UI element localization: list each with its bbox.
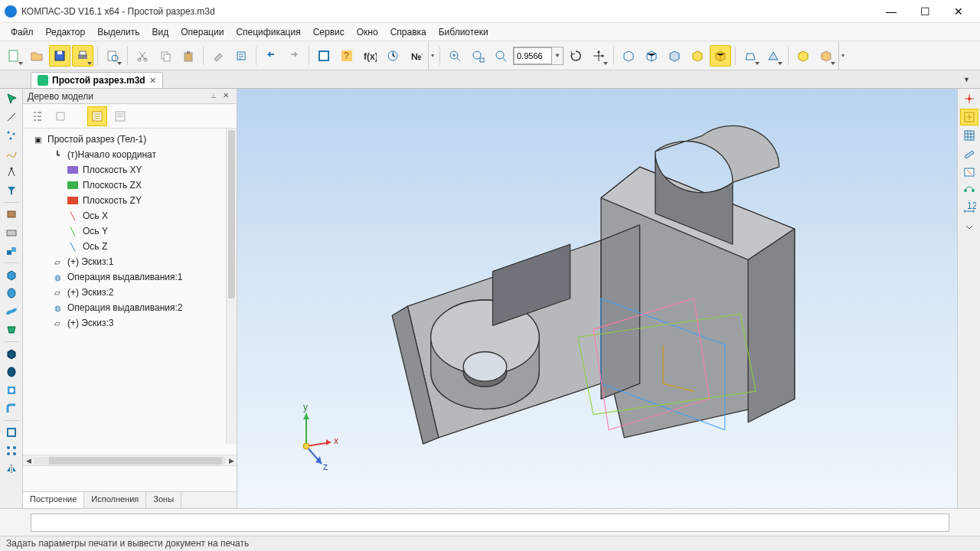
tree-sketch-2[interactable]: ▱ (+) Эскиз:2 [24,285,235,300]
grid-icon[interactable] [960,127,978,144]
tree-axis-y[interactable]: ╲ Ось Y [24,223,235,239]
zoom-plus-button[interactable] [444,45,466,67]
print-button[interactable] [72,45,93,67]
close-button[interactable]: ✕ [942,1,975,22]
shaded-wire-button[interactable] [687,45,708,67]
cursor-icon[interactable] [2,90,21,107]
tree-sketch-3[interactable]: ▱ (+) Эскиз:3 [24,315,235,331]
menu-view[interactable]: Вид [146,24,175,40]
wireframe-button[interactable] [618,45,639,67]
edit-sketch-icon[interactable] [960,164,978,181]
panel-close-icon[interactable]: ✕ [220,91,232,102]
perspective-button[interactable] [740,45,761,67]
shaded-button[interactable] [710,45,731,67]
menu-window[interactable]: Окно [351,24,384,40]
compass-icon[interactable] [2,164,21,181]
cut-button[interactable] [132,45,153,67]
tree-scrollbar-h[interactable]: ◀▶ [23,455,237,465]
panel-pin-icon[interactable]: ⟂ [207,91,220,102]
menu-ops[interactable]: Операции [175,24,230,40]
measure-button[interactable] [382,45,403,67]
isometric-button[interactable] [792,45,814,67]
tree-mode-4-icon[interactable] [110,106,130,126]
menu-file[interactable]: Файл [5,24,40,40]
model-tree[interactable]: ▣ Простой разрез (Тел-1) ┗ (т)Начало коо… [23,129,237,455]
menu-service[interactable]: Сервис [307,24,351,40]
menu-spec[interactable]: Спецификация [230,24,306,40]
maximize-button[interactable]: ☐ [908,1,942,22]
mirror-icon[interactable] [2,461,21,478]
zoom-fit-button[interactable] [467,45,488,67]
menu-select[interactable]: Выделить [91,24,145,40]
shell-icon[interactable] [2,424,21,441]
tree-axis-z[interactable]: ╲ Ось Z [24,239,235,254]
sweep-icon[interactable] [2,303,21,320]
dimensions-icon[interactable]: 12 [960,201,978,217]
section-button[interactable] [763,45,784,67]
tree-mode-3-icon[interactable] [87,106,107,126]
tree-axis-x[interactable]: ╲ Ось X [24,208,235,223]
command-input[interactable] [31,514,949,532]
pattern-icon[interactable] [2,442,21,459]
panel-tab-zones[interactable]: Зоны [146,492,181,508]
tree-extrude-2[interactable]: ◍ Операция выдавливания:2 [24,300,235,315]
save-button[interactable] [49,45,70,67]
rotate-button[interactable] [565,45,586,67]
hidden-lines-button[interactable] [641,45,662,67]
points-icon[interactable] [2,127,21,144]
hole-icon[interactable] [2,382,21,399]
tree-plane-xy[interactable]: Плоскость XY [24,162,235,178]
toolbar-overflow-1[interactable]: ▾ [428,41,436,70]
document-tab-close[interactable]: ✕ [149,76,156,86]
panel-tab-build[interactable]: Построение [23,492,84,508]
menu-editor[interactable]: Редактор [40,24,92,40]
cut-extrude-icon[interactable] [2,345,21,362]
sheet-icon[interactable] [2,224,21,241]
paste-button[interactable] [178,45,199,67]
tree-mode-2-icon[interactable] [51,106,70,126]
document-tab-menu[interactable]: ▼ [963,76,975,88]
copy-button[interactable] [155,45,176,67]
help-button[interactable]: №? [405,45,426,67]
preview-button[interactable] [102,45,123,67]
toolbar-overflow-2[interactable]: ▾ [838,41,846,70]
panel-tab-configs[interactable]: Исполнения [84,492,146,508]
zoom-input-wrap[interactable]: ▼ [513,47,564,65]
menu-help[interactable]: Справка [384,24,433,40]
orient-button[interactable] [588,45,609,67]
no-hidden-button[interactable] [664,45,685,67]
loft-icon[interactable] [2,321,21,338]
snap-toggle-icon[interactable] [960,90,978,107]
tree-plane-zx[interactable]: Плоскость ZX [24,178,235,193]
format-paint-button[interactable] [207,45,229,67]
tree-sketch-1[interactable]: ▱ (+) Эскиз:1 [24,254,235,269]
snap-settings-icon[interactable] [960,109,978,126]
sketch-plane-icon[interactable] [960,145,978,162]
fx-button[interactable]: f(x) [359,45,381,67]
zoom-input[interactable] [514,47,552,64]
line-icon[interactable] [2,109,21,126]
zoom-window-button[interactable] [490,45,511,67]
filter-icon[interactable] [2,182,21,199]
spline-icon[interactable] [2,145,21,162]
model-manager-button[interactable] [313,45,335,67]
zoom-dropdown-icon[interactable]: ▼ [552,52,563,59]
tree-origin[interactable]: ┗ (т)Начало координат [24,147,235,162]
tree-extrude-1[interactable]: ◍ Операция выдавливания:1 [24,269,235,285]
menu-libs[interactable]: Библиотеки [433,24,495,40]
document-tab[interactable]: Простой разрез.m3d ✕ [31,72,163,88]
new-doc-button[interactable] [3,45,24,67]
tree-plane-zy[interactable]: Плоскость ZY [24,193,235,208]
surface-icon[interactable] [2,206,21,223]
revolve-icon[interactable] [2,285,21,302]
3d-viewport[interactable]: x y z [237,89,957,508]
variables-button[interactable]: ? [336,45,358,67]
render-button[interactable] [815,45,837,67]
open-button[interactable] [26,45,47,67]
constraints-icon[interactable] [960,182,978,199]
extrude-icon[interactable] [2,266,21,283]
minimize-button[interactable]: — [874,1,908,22]
redo-button[interactable] [283,45,305,67]
assembly-icon[interactable] [2,243,21,259]
fillet-icon[interactable] [2,400,21,417]
